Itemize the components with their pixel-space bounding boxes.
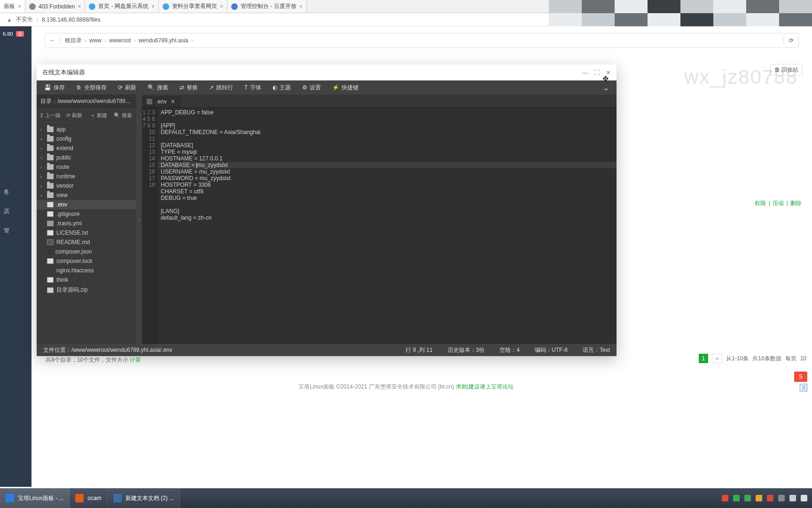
delete-link[interactable]: 删除 bbox=[789, 200, 803, 206]
volume-icon[interactable] bbox=[801, 495, 807, 501]
tree-file[interactable]: think bbox=[37, 275, 136, 285]
tree-file[interactable]: .travis.yml bbox=[37, 219, 136, 228]
collapse-sidebar-button[interactable]: ‹ bbox=[136, 95, 142, 344]
modal-title-bar[interactable]: 在线文本编辑器 — ⛶ ✕ bbox=[37, 64, 617, 80]
taskbar-item[interactable]: 新建文本文档 (2) ... bbox=[108, 488, 180, 508]
system-tray[interactable] bbox=[717, 488, 812, 508]
status-encoding[interactable]: 编码：UTF-8 bbox=[535, 346, 568, 354]
status-history[interactable]: 历史版本：3份 bbox=[448, 346, 485, 354]
nav-item[interactable]: 务 bbox=[0, 183, 31, 202]
prev-page-button[interactable]: ‹‹ bbox=[712, 354, 722, 363]
breadcrumb-root[interactable]: 根目录 bbox=[65, 37, 82, 45]
breadcrumb-path[interactable]: 根目录 › www › wwwroot › wendu6789.yhl.asia… bbox=[60, 37, 783, 45]
save-button[interactable]: 💾保存 bbox=[39, 82, 70, 94]
code-lines[interactable]: APP_DEBUG = false [APP]DEFAULT_TIMEZONE … bbox=[158, 108, 617, 344]
tree-file[interactable]: 目录源码.zip bbox=[37, 285, 136, 295]
browser-tab[interactable]: 403 Forbidden × bbox=[25, 0, 85, 13]
theme-button[interactable]: ◐主题 bbox=[268, 82, 296, 94]
tree-file[interactable]: LICENSE.txt bbox=[37, 228, 136, 238]
up-level-button[interactable]: ↥上一级 bbox=[39, 111, 62, 120]
tab-close-icon[interactable]: ✕ bbox=[171, 98, 175, 105]
tree-label: LICENSE.txt bbox=[56, 230, 88, 236]
search-tree-button[interactable]: 🔍搜索 bbox=[111, 111, 135, 120]
tree-file[interactable]: composer.lock bbox=[37, 256, 136, 266]
code-editor[interactable]: 1 2 3 4 5 6 7 8 9 10 11 12 13 14 15 16 1… bbox=[142, 108, 617, 344]
browser-tab[interactable]: 首页 - 网盘展示系统 × bbox=[85, 0, 159, 13]
status-language[interactable]: 语言：Text bbox=[583, 346, 610, 354]
tray-icon[interactable] bbox=[789, 495, 796, 501]
taskbar-item[interactable]: ocam bbox=[70, 488, 107, 508]
refresh-tree-button[interactable]: ⟳刷新 bbox=[63, 111, 86, 120]
tray-icon[interactable] bbox=[722, 495, 728, 501]
tray-icon[interactable] bbox=[744, 495, 751, 501]
tab-close-icon[interactable]: × bbox=[18, 3, 21, 10]
nav-item[interactable]: 管 bbox=[0, 221, 31, 240]
search-icon: 🔍 bbox=[148, 84, 155, 91]
tree-file[interactable]: .gitignore bbox=[37, 209, 136, 219]
tree-file[interactable]: README.md bbox=[37, 238, 136, 247]
tray-icon[interactable] bbox=[733, 495, 740, 501]
tab-label: 面板 bbox=[4, 2, 15, 10]
folder-icon bbox=[47, 192, 54, 198]
chevron-down-icon[interactable]: ⌄ bbox=[598, 83, 614, 92]
breadcrumb-part[interactable]: www bbox=[89, 37, 102, 44]
notification-badge[interactable]: 0 bbox=[16, 31, 23, 37]
browser-tab[interactable]: 面板 × bbox=[0, 0, 25, 13]
tree-folder[interactable]: ›route bbox=[37, 162, 136, 172]
maximize-icon[interactable]: ⛶ bbox=[594, 69, 600, 76]
tree-folder[interactable]: ›config bbox=[37, 134, 136, 143]
tree-file[interactable]: composer.json bbox=[37, 247, 136, 256]
refresh-button[interactable]: ⟳刷新 bbox=[113, 82, 141, 94]
permission-link[interactable]: 权限 bbox=[754, 200, 767, 206]
calculate-link[interactable]: 计算 bbox=[130, 357, 141, 363]
status-indent[interactable]: 空格：4 bbox=[500, 346, 520, 354]
breadcrumb-part[interactable]: wwwroot bbox=[109, 37, 131, 44]
file-icon bbox=[47, 258, 54, 264]
search-button[interactable]: 🔍搜索 bbox=[143, 82, 173, 94]
browser-tab[interactable]: 管理控制台 - 百度开放 × bbox=[227, 0, 307, 13]
tab-close-icon[interactable]: × bbox=[78, 3, 81, 10]
compress-link[interactable]: 压缩 bbox=[772, 200, 785, 206]
replace-button[interactable]: ⇄替换 bbox=[175, 82, 203, 94]
browser-tab[interactable]: 资料分享查看网页 × bbox=[159, 0, 227, 13]
forum-link[interactable]: 建议请上宝塔论坛 bbox=[468, 383, 514, 390]
save-all-button[interactable]: 🗎全部保存 bbox=[71, 82, 111, 94]
file-tree[interactable]: ›app›config›extend›public›route›runtime›… bbox=[37, 123, 136, 344]
taskbar-item[interactable]: 宝塔Linux面板 - ... bbox=[0, 488, 70, 508]
tab-close-icon[interactable]: × bbox=[299, 3, 303, 10]
minimize-icon[interactable]: — bbox=[582, 69, 588, 76]
nav-item[interactable]: 店 bbox=[0, 202, 31, 221]
close-icon[interactable]: ✕ bbox=[606, 69, 611, 76]
editor-tab[interactable]: .env ✕ bbox=[142, 96, 180, 107]
tree-folder[interactable]: ›vendor bbox=[37, 181, 136, 190]
bolt-icon: ⚡ bbox=[332, 84, 339, 91]
breadcrumb-part[interactable]: wendu6789.yhl.asia bbox=[139, 37, 188, 44]
tree-folder[interactable]: ›public bbox=[37, 153, 136, 162]
tree-file[interactable]: .env bbox=[37, 200, 136, 209]
font-button[interactable]: T字体 bbox=[240, 82, 266, 94]
tab-label: 403 Forbidden bbox=[39, 3, 75, 10]
settings-button[interactable]: ⚙设置 bbox=[297, 82, 326, 94]
tree-folder[interactable]: ›view bbox=[37, 190, 136, 200]
shortcut-button[interactable]: ⚡快捷键 bbox=[328, 82, 363, 94]
help-link[interactable]: 求助 bbox=[456, 383, 467, 390]
goto-line-button[interactable]: ↗跳转行 bbox=[204, 82, 238, 94]
new-file-button[interactable]: ＋新建 bbox=[87, 111, 110, 120]
tray-icon[interactable] bbox=[778, 495, 785, 501]
breadcrumb-back-button[interactable]: ← bbox=[45, 37, 60, 44]
editor-status-bar: 文件位置：/www/wwwroot/wendu6789.yhl.asia/.en… bbox=[37, 344, 617, 356]
tab-close-icon[interactable]: × bbox=[151, 3, 155, 10]
tray-icon[interactable] bbox=[767, 495, 773, 501]
tree-folder[interactable]: ›extend bbox=[37, 143, 136, 153]
breadcrumb-refresh-button[interactable]: ⟳ bbox=[783, 37, 798, 44]
tab-close-icon[interactable]: × bbox=[220, 3, 223, 10]
page-number[interactable]: 1 bbox=[699, 354, 709, 363]
recycle-bin-button[interactable]: 🗑 回收站 bbox=[770, 64, 803, 76]
tray-icon[interactable] bbox=[756, 495, 762, 501]
tree-folder[interactable]: ›runtime bbox=[37, 172, 136, 181]
site-icon bbox=[163, 3, 169, 10]
tree-folder[interactable]: ›app bbox=[37, 125, 136, 134]
ime-lang-indicator[interactable]: 英 bbox=[800, 384, 807, 391]
ime-badge[interactable]: S bbox=[794, 372, 807, 382]
tree-file[interactable]: nginx.htaccess bbox=[37, 266, 136, 275]
